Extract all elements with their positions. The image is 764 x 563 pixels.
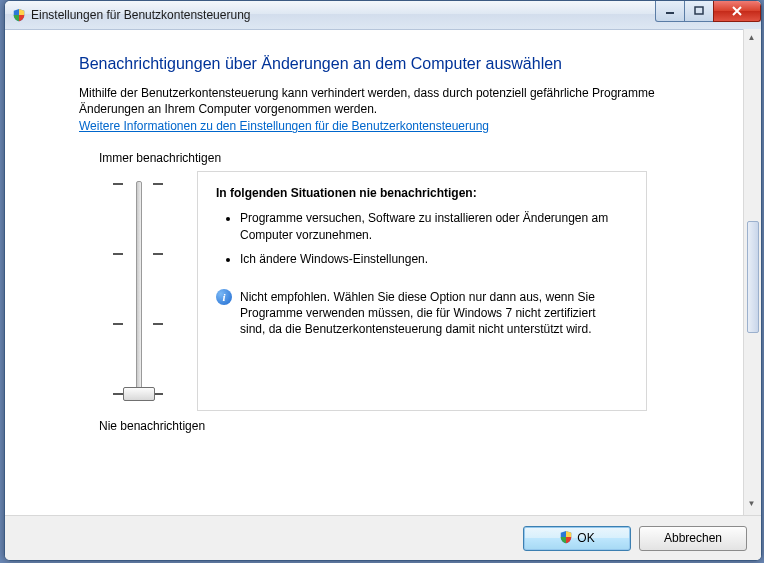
cancel-button[interactable]: Abbrechen [639,526,747,551]
recommendation-note: i Nicht empfohlen. Wählen Sie diese Opti… [216,289,628,338]
slider-label-bottom: Nie benachrichtigen [99,419,205,433]
uac-settings-window: Einstellungen für Benutzkontensteuerung … [4,0,762,561]
svg-rect-1 [695,7,703,14]
vertical-scrollbar[interactable]: ▲ ▼ [743,29,761,560]
titlebar[interactable]: Einstellungen für Benutzkontensteuerung [5,1,761,30]
intro-text: Mithilfe der Benutzerkontensteuerung kan… [79,85,679,117]
info-icon: i [216,289,232,305]
slider-track [136,181,142,397]
window-controls [656,1,761,21]
slider-label-top: Immer benachrichtigen [99,151,221,165]
uac-shield-icon [559,530,573,547]
close-button[interactable] [713,1,761,22]
detail-list: Programme versuchen, Software zu install… [216,210,628,267]
help-link[interactable]: Weitere Informationen zu den Einstellung… [79,119,489,133]
cancel-label: Abbrechen [664,531,722,545]
list-item: Ich ändere Windows-Einstellungen. [240,251,628,267]
content-wrap: Benachrichtigungen über Änderungen an de… [5,29,761,560]
detail-heading: In folgenden Situationen nie benachricht… [216,186,628,200]
main-area: Immer benachrichtigen In folgenden Situa… [79,151,719,451]
ok-label: OK [577,531,594,545]
page-heading: Benachrichtigungen über Änderungen an de… [79,55,719,73]
note-text: Nicht empfohlen. Wählen Sie diese Option… [240,289,620,338]
content-area: Benachrichtigungen über Änderungen an de… [5,29,743,560]
scroll-thumb[interactable] [747,221,759,333]
scroll-down-arrow[interactable]: ▼ [744,495,759,512]
minimize-button[interactable] [655,1,685,22]
notification-slider[interactable] [109,175,169,407]
uac-shield-icon [11,7,27,23]
maximize-button[interactable] [684,1,714,22]
list-item: Programme versuchen, Software zu install… [240,210,628,242]
ok-button[interactable]: OK [523,526,631,551]
window-title: Einstellungen für Benutzkontensteuerung [31,8,251,22]
detail-panel: In folgenden Situationen nie benachricht… [197,171,647,411]
button-bar: OK Abbrechen [5,515,761,560]
svg-rect-0 [666,12,674,14]
slider-thumb[interactable] [123,387,155,401]
scroll-up-arrow[interactable]: ▲ [744,29,759,46]
